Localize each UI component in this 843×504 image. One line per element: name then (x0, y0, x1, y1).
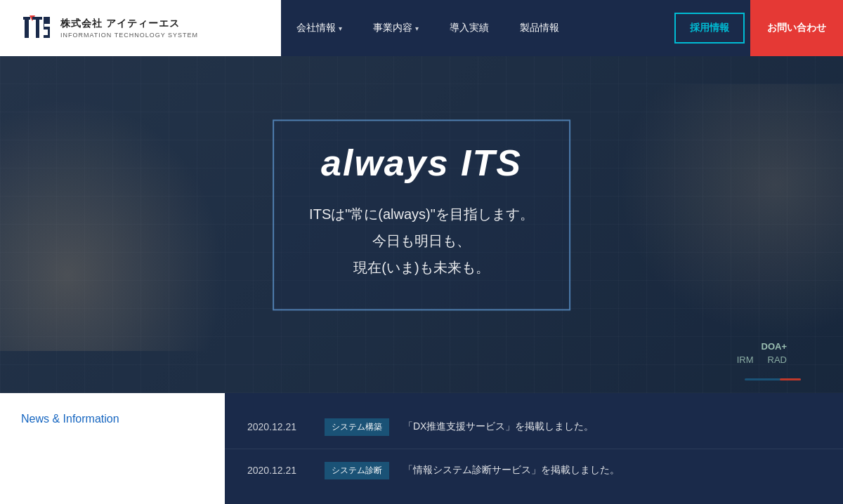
logo-area: 株式会社 アイティーエス INFORMATION TECHNOLOGY SYST… (0, 0, 281, 56)
contact-label: お問い合わせ (767, 22, 826, 34)
rad-label: RAD (768, 354, 787, 365)
nav-item-products[interactable]: 製品情報 (504, 0, 575, 56)
company-name: 株式会社 アイティーエス (60, 18, 198, 30)
hero-hands-left-hint (0, 98, 225, 351)
nav-label-products: 製品情報 (520, 22, 559, 34)
hero-hands-right-hint (618, 84, 843, 337)
nav-item-company[interactable]: 会社情報 ▾ (281, 0, 358, 56)
irm-label: IRM (737, 354, 754, 365)
news-tag-1: システム構築 (325, 418, 389, 436)
header: 株式会社 アイティーエス INFORMATION TECHNOLOGY SYST… (0, 0, 843, 56)
chevron-down-icon: ▾ (339, 25, 342, 32)
doa-label: DOA+ (762, 341, 787, 352)
slide-indicator (745, 378, 801, 380)
news-text-1: 「DX推進支援サービス」を掲載しました。 (403, 420, 594, 433)
nav-label-company: 会社情報 (296, 22, 336, 34)
svg-rect-4 (32, 17, 42, 20)
hero-subtitle: ITSは"常に(always)"を目指します。 今日も明日も、 現在(いま)も未… (309, 201, 534, 281)
its-logo-icon (21, 13, 52, 44)
hero-title: always ITS (309, 142, 534, 184)
hero-tech-labels: DOA+ IRM RAD (737, 341, 787, 365)
svg-rect-2 (25, 18, 29, 38)
logo-text: 株式会社 アイティーエス INFORMATION TECHNOLOGY SYST… (60, 18, 198, 39)
news-tag-2: システム診断 (325, 462, 389, 479)
nav-label-business: 事業内容 (373, 22, 412, 34)
svg-rect-3 (23, 17, 30, 20)
nav-item-business[interactable]: 事業内容 ▾ (358, 0, 434, 56)
hero-subtitle-line3: 現在(いま)も未来も。 (309, 254, 534, 281)
hero-box: always ITS ITSは"常に(always)"を目指します。 今日も明日… (273, 119, 570, 310)
hero-content: always ITS ITSは"常に(always)"を目指します。 今日も明日… (273, 119, 570, 310)
logo[interactable]: 株式会社 アイティーエス INFORMATION TECHNOLOGY SYST… (21, 13, 198, 44)
news-row: 2020.12.21 システム構築 「DX推進支援サービス」を掲載しました。 (225, 406, 843, 449)
main-nav: 会社情報 ▾ 事業内容 ▾ 導入実績 製品情報 採用情報 お問い合わせ (281, 0, 843, 56)
hero-subtitle-line1: ITSは"常に(always)"を目指します。 (309, 201, 534, 227)
slide-indicator-active (780, 378, 801, 380)
news-row: 2020.12.21 システム診断 「情報システム診断サービス」を掲載しました。 (225, 449, 843, 492)
news-date-2: 2020.12.21 (247, 465, 311, 476)
chevron-down-icon: ▾ (415, 25, 419, 32)
news-date-1: 2020.12.21 (247, 421, 311, 432)
nav-label-cases: 導入実績 (450, 22, 489, 34)
recruit-button[interactable]: 採用情報 (674, 13, 745, 44)
news-link[interactable]: News & Information (21, 413, 119, 425)
news-text-2: 「情報システム診断サービス」を掲載しました。 (403, 464, 620, 477)
news-right-panel: 2020.12.21 システム構築 「DX推進支援サービス」を掲載しました。 2… (225, 393, 843, 504)
recruit-label: 採用情報 (690, 22, 729, 34)
news-section: News & Information 2020.12.21 システム構築 「DX… (0, 393, 843, 504)
svg-rect-5 (36, 20, 39, 38)
hero-section: always ITS ITSは"常に(always)"を目指します。 今日も明日… (0, 56, 843, 393)
contact-button[interactable]: お問い合わせ (750, 0, 843, 56)
hero-label-row: IRM RAD (737, 354, 787, 365)
company-sub: INFORMATION TECHNOLOGY SYSTEM (60, 32, 198, 39)
hero-subtitle-line2: 今日も明日も、 (309, 227, 534, 254)
news-left-panel: News & Information (0, 393, 225, 504)
nav-item-cases[interactable]: 導入実績 (434, 0, 504, 56)
